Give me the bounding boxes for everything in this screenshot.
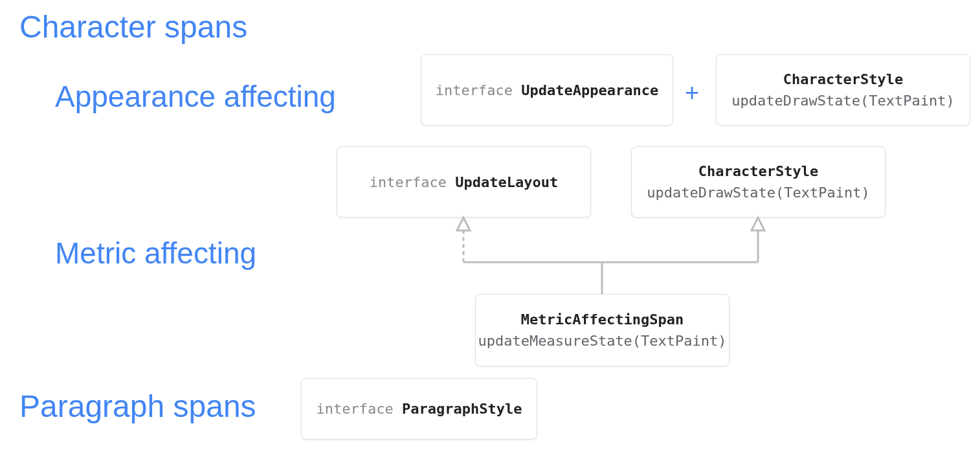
heading-character-spans: Character spans [19, 9, 247, 45]
keyword: interface [370, 174, 447, 190]
class-method: updateDrawState(TextPaint) [647, 185, 869, 201]
keyword: interface [436, 82, 513, 98]
interface-name: UpdateLayout [455, 174, 558, 190]
class-title: CharacterStyle [783, 71, 903, 87]
svg-marker-4 [457, 218, 470, 230]
class-title: CharacterStyle [698, 163, 818, 179]
box-update-layout: interface UpdateLayout [337, 146, 591, 218]
heading-appearance-affecting: Appearance affecting [55, 79, 336, 114]
box-character-style-2: CharacterStyle updateDrawState(TextPaint… [631, 146, 885, 218]
box-update-appearance: interface UpdateAppearance [421, 54, 673, 126]
box-character-style-1: CharacterStyle updateDrawState(TextPaint… [716, 54, 970, 126]
interface-name: UpdateAppearance [521, 82, 658, 98]
class-method: updateMeasureState(TextPaint) [478, 333, 726, 349]
box-metric-affecting-span: MetricAffectingSpan updateMeasureState(T… [475, 294, 729, 366]
heading-paragraph-spans: Paragraph spans [19, 388, 256, 424]
keyword: interface [317, 401, 394, 417]
plus-icon: + [685, 79, 699, 107]
interface-line: interface ParagraphStyle [317, 401, 522, 417]
svg-marker-5 [752, 218, 764, 230]
class-method: updateDrawState(TextPaint) [731, 93, 954, 109]
box-paragraph-style: interface ParagraphStyle [301, 378, 537, 440]
interface-line: interface UpdateLayout [370, 174, 558, 190]
interface-name: ParagraphStyle [402, 401, 522, 417]
interface-line: interface UpdateAppearance [436, 82, 658, 98]
class-title: MetricAffectingSpan [521, 311, 684, 328]
heading-metric-affecting: Metric affecting [55, 236, 256, 271]
